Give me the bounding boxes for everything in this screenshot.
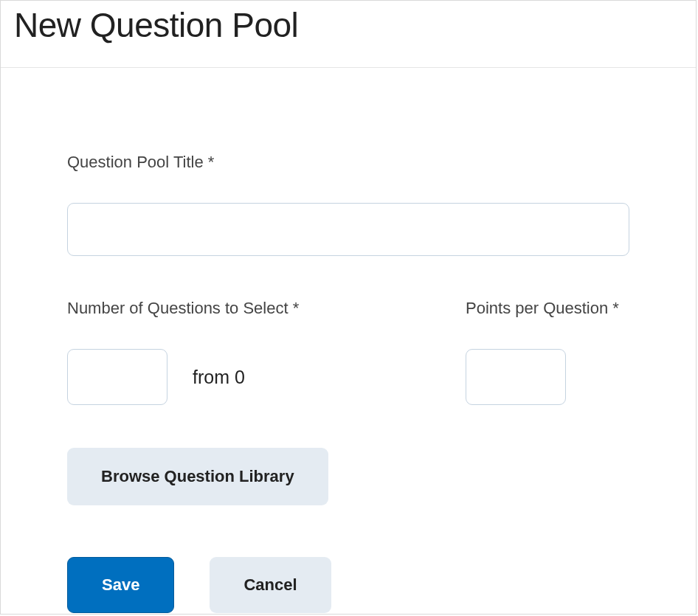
- page-title: New Question Pool: [14, 5, 683, 45]
- points-column: Points per Question *: [466, 299, 629, 405]
- fields-row: Number of Questions to Select * from 0 P…: [67, 299, 629, 405]
- num-questions-label: Number of Questions to Select *: [67, 299, 466, 318]
- title-label: Question Pool Title *: [67, 153, 629, 172]
- dialog-header: New Question Pool: [1, 1, 696, 68]
- points-input[interactable]: [466, 349, 566, 405]
- form-area: Question Pool Title * Number of Question…: [1, 68, 696, 613]
- browse-question-library-button[interactable]: Browse Question Library: [67, 448, 328, 505]
- num-questions-row: from 0: [67, 349, 466, 405]
- title-input[interactable]: [67, 203, 629, 256]
- from-text: from 0: [193, 367, 245, 388]
- dialog-container: New Question Pool Question Pool Title * …: [0, 0, 697, 615]
- num-questions-input[interactable]: [67, 349, 167, 405]
- action-buttons: Save Cancel: [67, 557, 629, 613]
- save-button[interactable]: Save: [67, 557, 174, 613]
- num-questions-column: Number of Questions to Select * from 0: [67, 299, 466, 405]
- points-label: Points per Question *: [466, 299, 629, 318]
- cancel-button[interactable]: Cancel: [210, 557, 331, 613]
